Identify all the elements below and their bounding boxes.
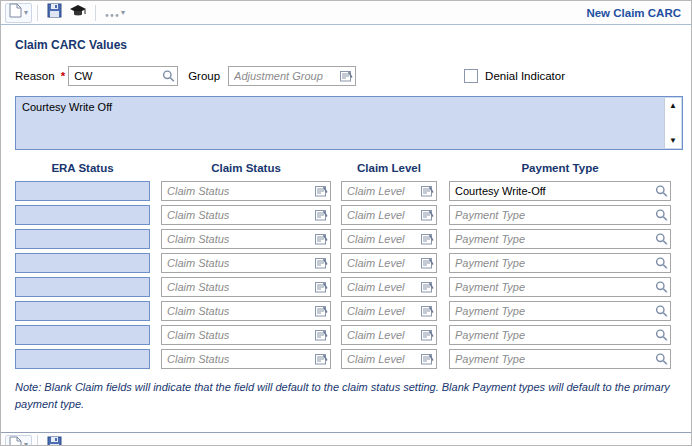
triangle-up-icon: ▲ [669, 102, 677, 110]
table-rows [15, 181, 681, 369]
search-icon[interactable] [655, 281, 668, 294]
era-status-field[interactable] [15, 277, 150, 297]
search-icon[interactable] [655, 209, 668, 222]
chevron-down-icon: ▾ [121, 9, 125, 17]
payment-type-field[interactable] [449, 253, 671, 273]
claim-level-wrapper [341, 349, 437, 369]
claim-status-field[interactable] [161, 325, 331, 345]
list-picker-icon[interactable] [315, 209, 328, 221]
payment-type-field[interactable] [449, 277, 671, 297]
era-status-field[interactable] [15, 229, 150, 249]
search-icon[interactable] [655, 353, 668, 366]
description-box: Courtesy Write Off ▲ ▼ [15, 96, 683, 150]
list-picker-icon[interactable] [421, 329, 434, 341]
table-row [15, 349, 681, 369]
era-status-field[interactable] [15, 253, 150, 273]
form-content: Claim CARC Values Reason * Group Denial … [1, 25, 691, 412]
claim-status-field[interactable] [161, 181, 331, 201]
search-icon[interactable] [655, 257, 668, 270]
list-picker-icon[interactable] [315, 353, 328, 365]
denial-indicator-wrapper: Denial Indicator [464, 69, 565, 83]
scroll-down-button[interactable]: ▼ [665, 133, 681, 148]
top-field-row: Reason * Group Denial Indicator [15, 66, 681, 86]
era-status-wrapper [15, 349, 150, 369]
era-status-wrapper [15, 229, 150, 249]
chevron-down-icon[interactable]: ▾ [24, 9, 28, 17]
claim-level-wrapper [341, 325, 437, 345]
search-icon[interactable] [655, 329, 668, 342]
new-button[interactable]: ▾ [5, 3, 32, 23]
ellipsis-icon [105, 4, 119, 22]
scrollbar[interactable]: ▲ ▼ [664, 98, 681, 148]
list-picker-icon[interactable] [315, 257, 328, 269]
column-header-era-status: ERA Status [15, 162, 150, 174]
claim-status-field[interactable] [161, 205, 331, 225]
list-picker-icon[interactable] [340, 70, 353, 82]
new-button[interactable]: ▾ [5, 435, 32, 445]
list-picker-icon[interactable] [421, 257, 434, 269]
list-picker-icon[interactable] [421, 233, 434, 245]
more-options-button[interactable]: ▾ [101, 3, 129, 23]
payment-type-wrapper [449, 229, 671, 249]
claim-status-wrapper [161, 253, 331, 273]
list-picker-icon[interactable] [421, 209, 434, 221]
claim-status-field[interactable] [161, 229, 331, 249]
era-status-field[interactable] [15, 301, 150, 321]
toolbar-separator [37, 435, 38, 445]
column-header-claim-status: Claim Status [161, 162, 331, 174]
era-status-field[interactable] [15, 181, 150, 201]
payment-type-wrapper [449, 253, 671, 273]
era-status-wrapper [15, 301, 150, 321]
claim-level-wrapper [341, 229, 437, 249]
search-icon[interactable] [655, 305, 668, 318]
denial-indicator-checkbox[interactable] [464, 69, 478, 83]
page-title: Claim CARC Values [15, 38, 681, 52]
list-picker-icon[interactable] [421, 185, 434, 197]
window-title: New Claim CARC [586, 7, 681, 19]
list-picker-icon[interactable] [421, 353, 434, 365]
era-status-field[interactable] [15, 349, 150, 369]
save-button[interactable] [43, 3, 66, 23]
search-icon[interactable] [162, 70, 175, 83]
group-input[interactable] [228, 66, 356, 86]
table-row [15, 325, 681, 345]
reason-label: Reason [15, 70, 55, 82]
graduation-cap-icon [70, 4, 86, 22]
payment-type-field[interactable] [449, 205, 671, 225]
list-picker-icon[interactable] [421, 305, 434, 317]
new-document-icon [9, 436, 22, 446]
scroll-up-button[interactable]: ▲ [665, 98, 681, 113]
payment-type-field[interactable] [449, 229, 671, 249]
list-picker-icon[interactable] [315, 233, 328, 245]
era-status-wrapper [15, 277, 150, 297]
payment-type-field[interactable] [449, 301, 671, 321]
save-icon [47, 436, 62, 446]
claim-status-wrapper [161, 229, 331, 249]
payment-type-field[interactable] [449, 325, 671, 345]
search-icon[interactable] [655, 185, 668, 198]
toolbar-separator [95, 5, 96, 21]
list-picker-icon[interactable] [315, 329, 328, 341]
chevron-down-icon[interactable]: ▾ [24, 441, 28, 445]
search-icon[interactable] [655, 233, 668, 246]
payment-type-field[interactable] [449, 181, 671, 201]
table-row [15, 229, 681, 249]
save-icon [47, 3, 62, 22]
toolbar-separator [37, 5, 38, 21]
claim-status-field[interactable] [161, 253, 331, 273]
save-button[interactable] [43, 435, 66, 445]
group-label: Group [188, 70, 220, 82]
claim-status-field[interactable] [161, 277, 331, 297]
era-status-field[interactable] [15, 205, 150, 225]
list-picker-icon[interactable] [315, 305, 328, 317]
claim-status-field[interactable] [161, 301, 331, 321]
era-status-wrapper [15, 325, 150, 345]
list-picker-icon[interactable] [315, 185, 328, 197]
list-picker-icon[interactable] [421, 281, 434, 293]
table-row [15, 277, 681, 297]
payment-type-field[interactable] [449, 349, 671, 369]
graduation-cap-button[interactable] [66, 3, 90, 23]
claim-status-field[interactable] [161, 349, 331, 369]
era-status-field[interactable] [15, 325, 150, 345]
list-picker-icon[interactable] [315, 281, 328, 293]
